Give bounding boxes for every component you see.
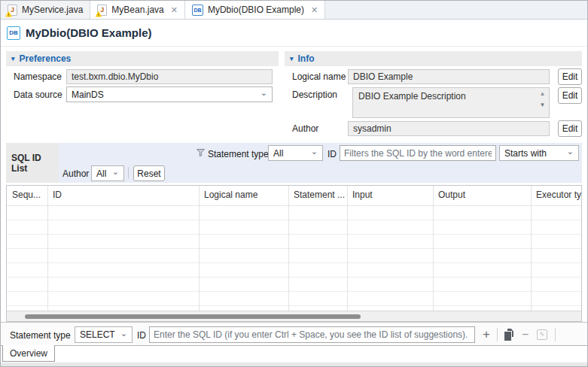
- author-field: sysadmin: [348, 121, 550, 136]
- column-header-output[interactable]: Output: [433, 186, 531, 205]
- statement-type-combo[interactable]: SELECT ⌄: [75, 326, 133, 343]
- datasource-combo[interactable]: MainDS ⌄: [66, 86, 273, 102]
- close-icon[interactable]: ✕: [171, 5, 178, 15]
- column-header-input[interactable]: Input: [347, 186, 433, 205]
- filter-author-label: Author: [62, 168, 89, 179]
- datasource-label: Data source: [14, 89, 62, 100]
- edit-author-button[interactable]: Edit: [558, 120, 582, 137]
- tab-label: MyBean.java: [111, 5, 163, 15]
- column-header-statement-type[interactable]: Statement ...: [288, 186, 347, 205]
- edit-description-button[interactable]: Edit: [558, 87, 582, 104]
- tab-mydbio-active[interactable]: DB MyDbio(DBIO Example) ✕: [185, 1, 325, 19]
- description-scrollbar: ▲ ▼: [538, 89, 547, 116]
- editor-tab-bar: J ! MyService.java J ! MyBean.java ✕ DB …: [1, 1, 587, 20]
- remove-sql-button[interactable]: −: [522, 329, 529, 341]
- filter-author-combo[interactable]: All ⌄: [91, 165, 124, 181]
- info-section-header[interactable]: ▾ Info: [285, 51, 582, 66]
- filter-statement-type-combo[interactable]: All ⌄: [268, 145, 323, 161]
- filter-statement-type-label: Statement type: [208, 149, 269, 159]
- column-header-executor-type[interactable]: Executor type: [531, 186, 581, 205]
- logical-name-field: DBIO Example: [348, 69, 550, 84]
- preferences-section-header[interactable]: ▾ Preferences: [6, 51, 279, 66]
- statement-id-input[interactable]: [149, 326, 475, 343]
- combo-value: All: [273, 148, 283, 159]
- table-row: [7, 263, 581, 278]
- column-header-id[interactable]: ID: [47, 186, 199, 205]
- namespace-label: Namespace: [14, 71, 62, 82]
- combo-value: SELECT: [80, 329, 115, 340]
- sql-id-list-title: SQL ID List: [6, 143, 59, 183]
- logical-name-label: Logical name: [292, 71, 346, 82]
- edit-logical-name-button[interactable]: Edit: [558, 68, 582, 85]
- reset-button[interactable]: Reset: [133, 165, 165, 181]
- combo-value: All: [96, 168, 106, 179]
- scrollbar-thumb[interactable]: [25, 314, 361, 319]
- tab-overview[interactable]: Overview: [2, 345, 55, 362]
- section-title: Info: [298, 53, 315, 64]
- scroll-up-icon[interactable]: ▲: [540, 91, 546, 97]
- tab-label: MyDbio(DBIO Example): [208, 5, 304, 15]
- author-label: Author: [292, 123, 318, 134]
- table-row: [7, 235, 581, 249]
- description-text: DBIO Example Description: [358, 91, 466, 102]
- filter-funnel-icon: [196, 148, 206, 157]
- bottom-tab-strip: [1, 346, 587, 362]
- description-label: Description: [292, 89, 337, 100]
- dbio-editor-window: J ! MyService.java J ! MyBean.java ✕ DB …: [0, 0, 588, 367]
- copy-sql-icon[interactable]: [504, 329, 514, 340]
- column-header-logical-name[interactable]: Logical name: [199, 186, 288, 205]
- tab-mybean-java[interactable]: J ! MyBean.java ✕: [90, 1, 185, 19]
- edit-sql-icon[interactable]: ✎: [537, 329, 547, 340]
- horizontal-scrollbar[interactable]: [7, 311, 581, 321]
- table-header-row: Sequ... ID Logical name Statement ... In…: [7, 186, 581, 206]
- dbio-file-icon: DB: [192, 5, 203, 16]
- page-title: MyDbio(DBIO Example): [26, 26, 152, 39]
- collapse-triangle-icon: ▾: [290, 55, 294, 62]
- table-body: [7, 206, 581, 311]
- tab-myservice-java[interactable]: J ! MyService.java: [1, 1, 90, 19]
- combo-value: Starts with: [504, 148, 547, 159]
- close-icon[interactable]: ✕: [311, 5, 318, 15]
- toolbar-separator: [555, 328, 556, 341]
- statement-type-label: Statement type: [10, 330, 71, 341]
- filter-id-input[interactable]: [340, 145, 496, 161]
- java-file-icon: J !: [97, 5, 107, 16]
- table-row: [7, 249, 581, 263]
- table-row: [7, 220, 581, 235]
- statement-id-label: ID: [137, 330, 146, 341]
- editor-title-bar: DB MyDbio(DBIO Example): [1, 20, 587, 47]
- dbio-title-icon: DB: [7, 26, 20, 40]
- section-title: Preferences: [20, 53, 72, 64]
- java-letter: J: [100, 7, 104, 14]
- table-row: [7, 206, 581, 220]
- java-letter: J: [11, 7, 14, 14]
- scroll-down-icon[interactable]: ▼: [540, 102, 546, 108]
- window-bottom-margin: [1, 362, 587, 366]
- filter-match-mode-combo[interactable]: Starts with ⌄: [499, 145, 579, 161]
- collapse-triangle-icon: ▾: [11, 55, 15, 62]
- toolbar-separator: [497, 328, 498, 341]
- sql-id-table: Sequ... ID Logical name Statement ... In…: [6, 185, 582, 322]
- table-row: [7, 292, 581, 306]
- tab-label: MyService.java: [22, 5, 83, 15]
- add-sql-button[interactable]: +: [483, 328, 490, 341]
- table-row: [7, 278, 581, 292]
- column-header-sequence[interactable]: Sequ...: [7, 186, 47, 205]
- filter-id-label: ID: [328, 149, 337, 159]
- namespace-field: test.bxm.dbio.MyDbio: [66, 69, 273, 84]
- description-field: DBIO Example Description ▲ ▼: [352, 87, 550, 118]
- filter-separator: [128, 167, 129, 179]
- java-file-icon: J !: [8, 5, 17, 16]
- combo-value: MainDS: [72, 89, 104, 100]
